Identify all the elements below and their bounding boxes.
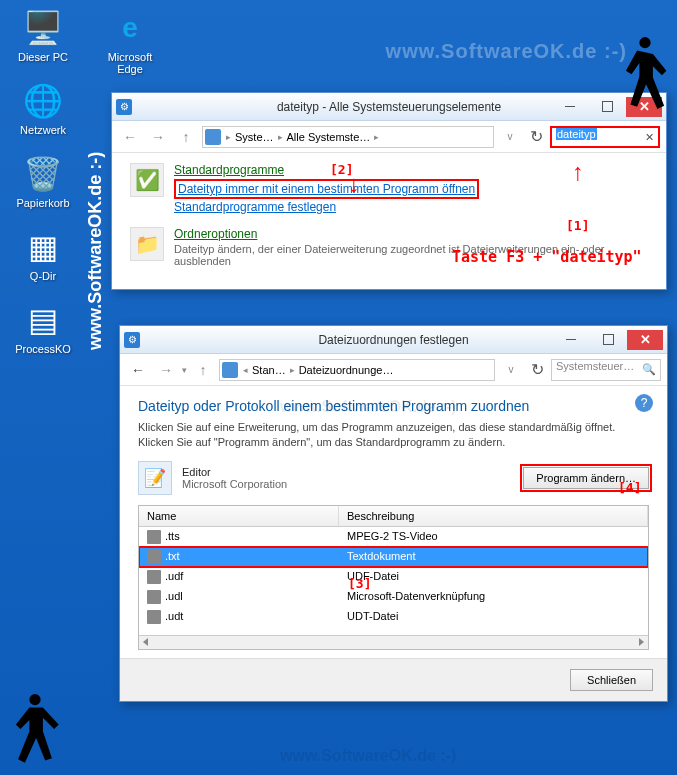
app-icon: 🌐 — [23, 81, 63, 121]
list-item[interactable]: .ttsMPEG-2 TS-Video — [139, 527, 648, 547]
window-icon: ⚙ — [116, 99, 132, 115]
list-item[interactable]: .udfUDF-Datei — [139, 567, 648, 587]
result-title-link[interactable]: Standardprogramme — [174, 163, 479, 177]
app-icon: ▤ — [23, 300, 63, 340]
list-body[interactable]: .ttsMPEG-2 TS-Video.txtTextdokument.udfU… — [139, 527, 648, 635]
chevron-right-icon: ▸ — [373, 132, 380, 142]
breadcrumb-dropdown-button[interactable]: v — [498, 125, 522, 149]
breadcrumb-segment[interactable]: Syste… — [232, 131, 277, 143]
icon-label: Q-Dir — [8, 270, 78, 282]
desktop-icon[interactable]: 🗑️Papierkorb — [8, 154, 78, 209]
extension-label: .udl — [165, 590, 183, 602]
refresh-button[interactable]: ↻ — [526, 127, 546, 147]
program-company: Microsoft Corporation — [182, 478, 513, 490]
breadcrumb[interactable]: ◂ Stan… ▸ Dateizuordnunge… — [219, 359, 495, 381]
extension-label: .udt — [165, 610, 183, 622]
folder-options-icon: 📁 — [130, 227, 164, 261]
breadcrumb-segment[interactable]: Stan… — [249, 364, 289, 376]
desktop-icon[interactable]: ▦Q-Dir — [8, 227, 78, 282]
nav-history-dropdown[interactable]: ▾ — [182, 365, 187, 375]
search-value: dateityp — [556, 128, 597, 140]
search-icon: 🔍 — [642, 363, 656, 376]
clear-search-button[interactable]: ✕ — [645, 131, 654, 144]
nav-back-button[interactable]: ← — [118, 125, 142, 149]
watermark-top: www.SoftwareOK.de :-) — [386, 40, 627, 63]
app-icon: 🗑️ — [23, 154, 63, 194]
list-header: Name Beschreibung — [139, 506, 648, 527]
nav-forward-button[interactable]: → — [146, 125, 170, 149]
icon-label: Microsoft Edge — [95, 51, 165, 75]
file-types-list: Name Beschreibung .ttsMPEG-2 TS-Video.tx… — [138, 505, 649, 650]
list-item[interactable]: .udtUDT-Datei — [139, 607, 648, 627]
watermark-side: www.SoftwareOK.de :-) — [85, 152, 106, 350]
horizontal-scrollbar[interactable] — [139, 635, 648, 649]
window-footer: Schließen — [120, 658, 667, 701]
help-button[interactable]: ? — [635, 394, 653, 412]
titlebar[interactable]: ⚙ Dateizuordnungen festlegen ✕ — [120, 326, 667, 354]
search-input[interactable]: Systemsteuer… 🔍 — [551, 359, 661, 381]
extension-label: .tts — [165, 530, 180, 542]
column-header-name[interactable]: Name — [139, 506, 339, 526]
breadcrumb[interactable]: ▸ Syste… ▸ Alle Systemste… ▸ — [202, 126, 494, 148]
extension-label: .udf — [165, 570, 183, 582]
titlebar[interactable]: ⚙ dateityp - Alle Systemsteuerungselemen… — [112, 93, 666, 121]
search-input[interactable]: dateityp ✕ — [550, 126, 660, 148]
window-icon: ⚙ — [124, 332, 140, 348]
file-type-icon — [147, 570, 161, 584]
instruction-text: Klicken Sie auf eine Erweiterung, um das… — [138, 420, 649, 451]
program-defaults-icon: ✅ — [130, 163, 164, 197]
desktop-icons-col1: 🖥️Dieser PC🌐Netzwerk🗑️Papierkorb▦Q-Dir▤P… — [8, 8, 78, 373]
icon-label: Netzwerk — [8, 124, 78, 136]
icon-label: ProcessKO — [8, 343, 78, 355]
desktop-icon[interactable]: ▤ProcessKO — [8, 300, 78, 355]
navbar: ← → ↑ ▸ Syste… ▸ Alle Systemste… ▸ v ↻ d… — [112, 121, 666, 153]
search-results: ✅ Standardprogramme Dateityp immer mit e… — [112, 153, 666, 289]
extension-label: .txt — [165, 550, 180, 562]
nav-up-button[interactable]: ↑ — [191, 358, 215, 382]
list-item[interactable]: .udlMicrosoft-Datenverknüpfung — [139, 587, 648, 607]
file-type-icon — [147, 530, 161, 544]
description-label: Textdokument — [339, 549, 648, 565]
nav-back-button[interactable]: ← — [126, 358, 150, 382]
current-program-row: 📝 Editor Microsoft Corporation Programm … — [138, 461, 649, 495]
maximize-button[interactable] — [590, 330, 626, 350]
breadcrumb-icon — [205, 129, 221, 145]
result-description: Dateityp ändern, der einer Dateierweiter… — [174, 243, 648, 267]
breadcrumb-segment[interactable]: Alle Systemste… — [284, 131, 374, 143]
minimize-button[interactable] — [552, 97, 588, 117]
column-header-description[interactable]: Beschreibung — [339, 506, 648, 526]
close-dialog-button[interactable]: Schließen — [570, 669, 653, 691]
description-label: UDF-Datei — [339, 569, 648, 585]
nav-up-button[interactable]: ↑ — [174, 125, 198, 149]
desktop-icon[interactable]: 🖥️Dieser PC — [8, 8, 78, 63]
description-label: Microsoft-Datenverknüpfung — [339, 589, 648, 605]
result-sublink-set-defaults[interactable]: Standardprogramme festlegen — [174, 200, 479, 214]
chevron-right-icon: ▸ — [225, 132, 232, 142]
desktop-icon[interactable]: 🌐Netzwerk — [8, 81, 78, 136]
chevron-right-icon: ▸ — [277, 132, 284, 142]
minimize-button[interactable] — [553, 330, 589, 350]
navbar: ← → ▾ ↑ ◂ Stan… ▸ Dateizuordnunge… v ↻ S… — [120, 354, 667, 386]
file-type-icon — [147, 550, 161, 564]
result-sublink-open-filetype[interactable]: Dateityp immer mit einem bestimmten Prog… — [174, 179, 479, 199]
refresh-button[interactable]: ↻ — [527, 360, 547, 380]
description-label: UDT-Datei — [339, 609, 648, 625]
app-icon: ▦ — [23, 227, 63, 267]
chevron-right-icon: ▸ — [289, 365, 296, 375]
nav-forward-button[interactable]: → — [154, 358, 178, 382]
icon-label: Dieser PC — [8, 51, 78, 63]
desktop-icon[interactable]: eMicrosoft Edge — [95, 8, 165, 75]
change-program-button[interactable]: Programm ändern… — [523, 467, 649, 489]
edge-icon: e — [110, 8, 150, 48]
result-title-link[interactable]: Ordneroptionen — [174, 227, 648, 241]
breadcrumb-dropdown-button[interactable]: v — [499, 358, 523, 382]
desktop-icons-col2: eMicrosoft Edge — [95, 8, 165, 93]
close-button[interactable]: ✕ — [627, 330, 663, 350]
search-placeholder: Systemsteuer… — [556, 360, 634, 372]
breadcrumb-segment[interactable]: Dateizuordnunge… — [296, 364, 397, 376]
list-item[interactable]: .txtTextdokument — [139, 547, 648, 567]
program-name: Editor — [182, 466, 513, 478]
window-file-associations: ⚙ Dateizuordnungen festlegen ✕ ← → ▾ ↑ ◂… — [119, 325, 668, 702]
dancer-silhouette-icon — [5, 685, 65, 775]
window-control-panel-search: ⚙ dateityp - Alle Systemsteuerungselemen… — [111, 92, 667, 290]
